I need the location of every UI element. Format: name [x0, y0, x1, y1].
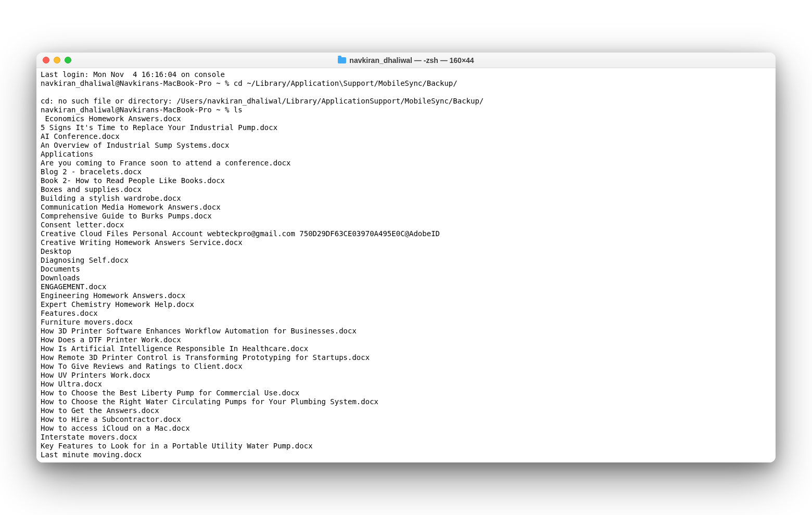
terminal-line: How 3D Printer Software Enhances Workflo…: [41, 327, 771, 336]
terminal-line: How Is Artificial Intelligence Responsib…: [41, 344, 771, 353]
terminal-line: Diagnosing Self.docx: [41, 256, 771, 265]
terminal-line: Documents: [41, 265, 771, 274]
terminal-line: Boxes and supplies.docx: [41, 185, 771, 194]
window-title: navkiran_dhaliwal — -zsh — 160×44: [36, 56, 776, 65]
terminal-line: Last minute moving.docx: [41, 450, 771, 459]
terminal-line: cd: no such file or directory: /Users/na…: [41, 97, 771, 106]
terminal-line: Consent letter.docx: [41, 221, 771, 229]
minimize-button[interactable]: [54, 57, 60, 63]
terminal-line: Interstate movers.docx: [41, 433, 771, 442]
folder-icon: [338, 57, 346, 63]
terminal-line: Creative Cloud Files Personal Account we…: [41, 229, 771, 238]
terminal-line: Creative Writing Homework Answers Servic…: [41, 238, 771, 247]
terminal-line: 5 Signs It's Time to Replace Your Indust…: [41, 123, 771, 132]
window-title-text: navkiran_dhaliwal — -zsh — 160×44: [349, 56, 474, 65]
terminal-line: Book 2- How to Read People Like Books.do…: [41, 176, 771, 185]
terminal-line: How UV Printers Work.docx: [41, 371, 771, 380]
terminal-line: How to access iCloud on a Mac.docx: [41, 424, 771, 433]
terminal-line: Blog 2 - bracelets.docx: [41, 168, 771, 176]
terminal-line: How to Choose the Best Liberty Pump for …: [41, 389, 771, 397]
terminal-line: Communication Media Homework Answers.doc…: [41, 203, 771, 212]
terminal-line: AI Conference.docx: [41, 132, 771, 141]
terminal-line: Building a stylish wardrobe.docx: [41, 194, 771, 203]
terminal-line: Are you coming to France soon to attend …: [41, 159, 771, 168]
terminal-line: Comprehensive Guide to Burks Pumps.docx: [41, 212, 771, 221]
terminal-line: Desktop: [41, 247, 771, 256]
terminal-line: navkiran_dhaliwal@Navkirans-MacBook-Pro …: [41, 79, 771, 88]
terminal-output[interactable]: Last login: Mon Nov 4 16:16:04 on consol…: [36, 68, 776, 462]
terminal-line: Downloads: [41, 274, 771, 282]
terminal-line: Expert Chemistry Homework Help.docx: [41, 300, 771, 309]
terminal-line: Engineering Homework Answers.docx: [41, 291, 771, 300]
terminal-window: navkiran_dhaliwal — -zsh — 160×44 Last l…: [36, 53, 776, 462]
terminal-line: How to Hire a Subcontractor.docx: [41, 415, 771, 424]
terminal-line: How Does a DTF Printer Work.docx: [41, 336, 771, 344]
terminal-line: How Remote 3D Printer Control is Transfo…: [41, 353, 771, 362]
terminal-line: Furniture movers.docx: [41, 318, 771, 327]
terminal-line: navkiran_dhaliwal@Navkirans-MacBook-Pro …: [41, 106, 771, 114]
maximize-button[interactable]: [65, 57, 71, 63]
close-button[interactable]: [43, 57, 49, 63]
terminal-line: How to Get the Answers.docx: [41, 406, 771, 415]
traffic-lights: [43, 57, 71, 63]
terminal-line: [41, 88, 771, 97]
terminal-line: How To Give Reviews and Ratings to Clien…: [41, 362, 771, 371]
terminal-line: How to Choose the Right Water Circulatin…: [41, 397, 771, 406]
terminal-line: How Ultra.docx: [41, 380, 771, 389]
terminal-line: Applications: [41, 150, 771, 159]
terminal-line: Last login: Mon Nov 4 16:16:04 on consol…: [41, 70, 771, 79]
titlebar[interactable]: navkiran_dhaliwal — -zsh — 160×44: [36, 53, 776, 68]
terminal-line: Economics Homework Answers.docx: [41, 114, 771, 123]
terminal-line: Features.docx: [41, 309, 771, 318]
terminal-line: ENGAGEMENT.docx: [41, 282, 771, 291]
terminal-line: Key Features to Look for in a Portable U…: [41, 442, 771, 450]
terminal-line: An Overview of Industrial Sump Systems.d…: [41, 141, 771, 150]
